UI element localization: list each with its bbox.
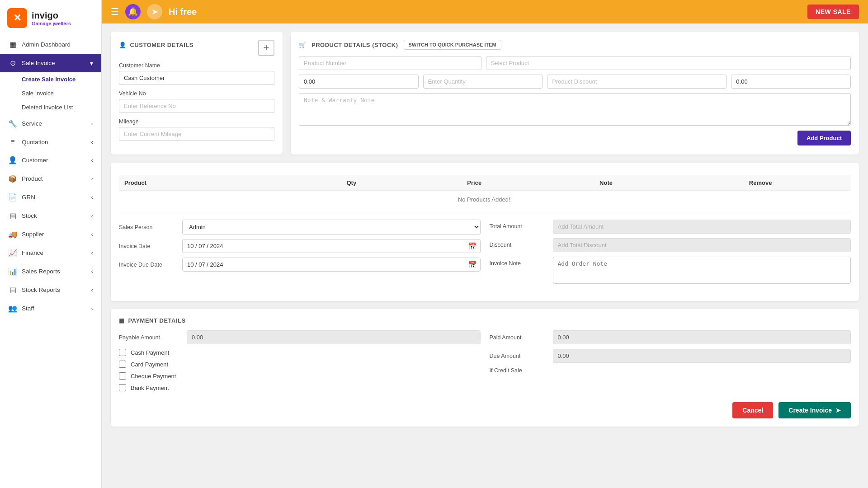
paid-amount-row: Paid Amount 0.00 (490, 330, 851, 344)
sidebar-item-staff[interactable]: 👥 Staff ‹ (0, 299, 101, 318)
main-content: 👤 CUSTOMER DETAILS + Customer Name Vehic… (102, 23, 868, 488)
sales-person-select[interactable]: Admin (182, 220, 481, 235)
new-sale-button[interactable]: NEW SALE (807, 5, 859, 19)
notifications-icon-btn[interactable]: 🔔 (125, 4, 141, 19)
sidebar-item-customer[interactable]: 👤 Customer ‹ (0, 151, 101, 169)
card-payment-label[interactable]: Card Payment (131, 361, 168, 368)
sidebar-item-sale-invoice[interactable]: ⊙ Sale Invoice ▾ (0, 54, 101, 72)
content-grid: 👤 CUSTOMER DETAILS + Customer Name Vehic… (111, 32, 859, 427)
due-amount-display: 0.00 (553, 349, 851, 363)
customer-name-input[interactable] (119, 71, 274, 85)
sidebar-item-supplier[interactable]: 🚚 Supplier ‹ (0, 225, 101, 244)
products-table-section: Product Qty Price Note Remove No Product… (111, 163, 859, 301)
cheque-payment-label[interactable]: Cheque Payment (131, 373, 176, 380)
product-icon: 📦 (8, 174, 17, 183)
price-input[interactable] (299, 75, 419, 89)
quick-purchase-button[interactable]: SWITCH TO QUICK PURCHASE ITEM (404, 40, 501, 50)
bank-payment-row: Bank Payment (119, 384, 481, 391)
add-product-button[interactable]: Add Product (797, 131, 851, 145)
invoice-due-date-input[interactable] (182, 258, 481, 272)
invoice-due-date-wrap: 📅 (182, 258, 481, 272)
quotation-icon: ≡ (8, 138, 17, 146)
sidebar-item-sales-reports[interactable]: 📊 Sales Reports ‹ (0, 262, 101, 281)
payment-section-title: ▦ PAYMENT DETAILS (119, 317, 851, 324)
product-discount-input[interactable] (547, 75, 726, 89)
invoice-date-input[interactable] (182, 239, 481, 253)
note-textarea[interactable] (299, 93, 851, 126)
cheque-payment-checkbox[interactable] (119, 372, 126, 380)
chevron-right-icon-f: ‹ (91, 249, 94, 256)
sidebar-item-service[interactable]: 🔧 Service ‹ (0, 114, 101, 133)
col-qty: Qty (296, 175, 407, 191)
cash-payment-checkbox[interactable] (119, 349, 126, 356)
chevron-down-icon: ▾ (90, 60, 93, 67)
bank-payment-label[interactable]: Bank Payment (131, 385, 169, 391)
payable-amount-row: Payable Amount 0.00 (119, 330, 481, 344)
sidebar-item-sales-reports-label: Sales Reports (22, 268, 60, 275)
total-amount-label: Total Amount (490, 220, 548, 230)
sidebar-item-stock-reports[interactable]: ▤ Stock Reports ‹ (0, 281, 101, 299)
vehicle-no-input[interactable] (119, 99, 274, 113)
cash-payment-label[interactable]: Cash Payment (131, 349, 169, 356)
no-products-row: No Products Added!! (119, 191, 851, 209)
card-payment-checkbox[interactable] (119, 361, 126, 368)
sidebar-subitem-sale-invoice[interactable]: Sale Invoice (22, 86, 101, 100)
invoice-note-textarea[interactable] (553, 257, 851, 284)
chevron-right-icon-su: ‹ (91, 231, 94, 238)
sidebar-item-product-label: Product (22, 175, 43, 182)
hamburger-icon[interactable]: ☰ (111, 6, 119, 17)
bank-payment-checkbox[interactable] (119, 384, 126, 391)
invoice-date-wrap: 📅 (182, 239, 481, 253)
card-payment-row: Card Payment (119, 361, 481, 368)
payment-icon: ▦ (119, 317, 125, 324)
bottom-left: Sales Person Admin Invoice Date 📅 (119, 220, 481, 288)
discount-display: Add Total Discount (553, 238, 851, 252)
paid-amount-display: 0.00 (553, 330, 851, 344)
sidebar-item-stock[interactable]: ▤ Stock ‹ (0, 206, 101, 225)
bottom-right: Total Amount Add Total Amount Discount A… (490, 220, 851, 288)
chevron-right-icon-str: ‹ (91, 286, 94, 293)
sidebar: ✕ invigo Gamage jwellers ▦ Admin Dashboa… (0, 0, 102, 488)
person-icon: 👤 (119, 42, 127, 48)
topbar: ☰ 🔔 ➤ Hi free NEW SALE (102, 0, 868, 23)
sidebar-item-service-label: Service (22, 120, 42, 127)
invoice-date-row: Invoice Date 📅 (119, 239, 481, 253)
vehicle-no-label: Vehicle No (119, 90, 274, 97)
sidebar-item-product[interactable]: 📦 Product ‹ (0, 169, 101, 188)
bottom-form: Sales Person Admin Invoice Date 📅 (119, 220, 851, 293)
grn-icon: 📄 (8, 193, 17, 202)
bell-icon: 🔔 (128, 7, 138, 17)
cancel-button[interactable]: Cancel (732, 402, 773, 418)
logout-icon: ➤ (151, 7, 158, 17)
product-number-input[interactable] (299, 56, 481, 70)
product-inputs-row1 (299, 56, 851, 70)
add-customer-button[interactable]: + (258, 40, 274, 56)
sidebar-item-admin-dashboard[interactable]: ▦ Admin Dashboard (0, 35, 101, 54)
logout-icon-btn[interactable]: ➤ (147, 4, 162, 19)
logo: ✕ invigo Gamage jwellers (0, 0, 101, 33)
if-credit-row: If Credit Sale (490, 367, 851, 374)
sidebar-subitem-deleted-invoice-list[interactable]: Deleted Invoice List (22, 100, 101, 114)
create-invoice-button[interactable]: Create Invoice ➤ (778, 402, 851, 418)
products-table-card: Product Qty Price Note Remove No Product… (111, 163, 859, 301)
products-table: Product Qty Price Note Remove No Product… (119, 175, 851, 208)
sidebar-item-finance[interactable]: 📈 Finance ‹ (0, 244, 101, 262)
product-details-card: 🛒 PRODUCT DETAILS (STOCK) SWITCH TO QUIC… (291, 32, 859, 155)
select-product-input[interactable] (486, 56, 851, 70)
product-inputs-row2 (299, 75, 851, 89)
sidebar-item-customer-label: Customer (22, 157, 48, 164)
sidebar-item-finance-label: Finance (22, 249, 43, 256)
sidebar-subitem-create-sale-invoice[interactable]: Create Sale Invoice (22, 72, 101, 86)
mileage-input[interactable] (119, 127, 274, 141)
create-invoice-label: Create Invoice (788, 407, 832, 414)
invoice-note-row: Invoice Note (490, 257, 851, 284)
discount-value-input[interactable] (731, 75, 851, 89)
cash-payment-row: Cash Payment (119, 349, 481, 356)
sidebar-item-quotation[interactable]: ≡ Quotation ‹ (0, 133, 101, 151)
sidebar-item-grn[interactable]: 📄 GRN ‹ (0, 188, 101, 206)
supplier-icon: 🚚 (8, 230, 17, 239)
quantity-input[interactable] (423, 75, 543, 89)
sidebar-sub-sale-invoice: Create Sale Invoice Sale Invoice Deleted… (0, 72, 101, 114)
customer-name-group: Customer Name (119, 62, 274, 85)
invoice-due-date-row: Invoice Due Date 📅 (119, 258, 481, 272)
